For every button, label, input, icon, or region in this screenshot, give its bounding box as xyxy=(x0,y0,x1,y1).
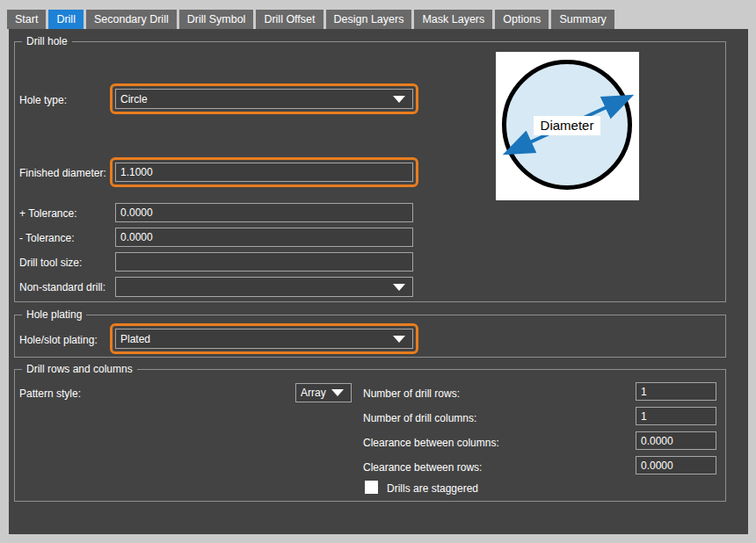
drill-tool-size-label: Drill tool size: xyxy=(19,257,82,269)
drill-rows-label: Number of drill rows: xyxy=(363,387,460,400)
chevron-down-icon xyxy=(331,389,344,396)
hole-slot-plating-dropdown[interactable]: Plated xyxy=(115,329,413,349)
drill-columns-input[interactable] xyxy=(636,407,716,425)
plus-tolerance-label: + Tolerance: xyxy=(19,207,77,220)
chevron-down-icon xyxy=(393,96,405,103)
tab-options[interactable]: Options xyxy=(495,10,549,29)
finished-diameter-label: Finished diameter: xyxy=(19,167,106,179)
drill-hole-group-label: Drill hole xyxy=(22,35,72,48)
pattern-style-value: Array xyxy=(301,387,326,399)
clearance-columns-label: Clearance between columns: xyxy=(363,437,499,449)
hole-slot-plating-value: Plated xyxy=(120,333,150,345)
drill-columns-label: Number of drill columns: xyxy=(363,412,476,424)
clearance-columns-input[interactable] xyxy=(636,431,716,450)
plus-tolerance-input[interactable] xyxy=(115,203,413,222)
chevron-down-icon xyxy=(393,284,405,291)
tab-summary[interactable]: Summary xyxy=(551,10,614,29)
non-standard-drill-label: Non-standard drill: xyxy=(19,281,105,293)
tab-design-layers[interactable]: Design Layers xyxy=(326,10,412,29)
non-standard-drill-dropdown[interactable] xyxy=(115,277,413,297)
hole-type-label: Hole type: xyxy=(19,94,67,106)
tab-drill-symbol[interactable]: Drill Symbol xyxy=(179,10,254,29)
hole-plating-group-label: Hole plating xyxy=(22,308,86,322)
tab-mask-layers[interactable]: Mask Layers xyxy=(414,10,492,29)
diameter-diagram: Diameter xyxy=(496,52,639,200)
hole-type-highlight: Circle xyxy=(110,83,418,114)
tab-secondary-drill[interactable]: Secondary Drill xyxy=(86,10,177,29)
finished-diameter-highlight xyxy=(110,157,418,187)
hole-slot-plating-label: Hole/slot plating: xyxy=(19,334,98,346)
minus-tolerance-input[interactable] xyxy=(115,228,413,247)
minus-tolerance-label: - Tolerance: xyxy=(19,232,74,244)
diameter-diagram-label: Diameter xyxy=(534,116,600,135)
drill-rows-columns-group-label: Drill rows and columns xyxy=(22,363,137,376)
clearance-rows-input[interactable] xyxy=(636,456,716,474)
drill-rows-input[interactable] xyxy=(636,382,716,401)
finished-diameter-input[interactable] xyxy=(115,163,413,182)
clearance-rows-label: Clearance between rows: xyxy=(363,461,482,474)
tab-drill[interactable]: Drill xyxy=(48,10,84,29)
pattern-style-dropdown[interactable]: Array xyxy=(295,383,352,402)
tab-start[interactable]: Start xyxy=(7,10,46,29)
tab-bar: Start Drill Secondary Drill Drill Symbol… xyxy=(7,10,614,29)
drill-tool-size-input[interactable] xyxy=(115,252,413,272)
pattern-style-label: Pattern style: xyxy=(19,387,81,400)
drills-staggered-checkbox[interactable] xyxy=(365,481,378,494)
hole-type-value: Circle xyxy=(120,93,148,105)
tab-drill-offset[interactable]: Drill Offset xyxy=(256,10,323,29)
drill-tab-panel: Drill hole Hole plating Drill rows and c… xyxy=(9,29,748,534)
hole-type-dropdown[interactable]: Circle xyxy=(115,89,413,109)
chevron-down-icon xyxy=(393,336,405,343)
hole-slot-plating-highlight: Plated xyxy=(110,323,418,354)
drills-staggered-label: Drills are staggered xyxy=(387,482,478,495)
